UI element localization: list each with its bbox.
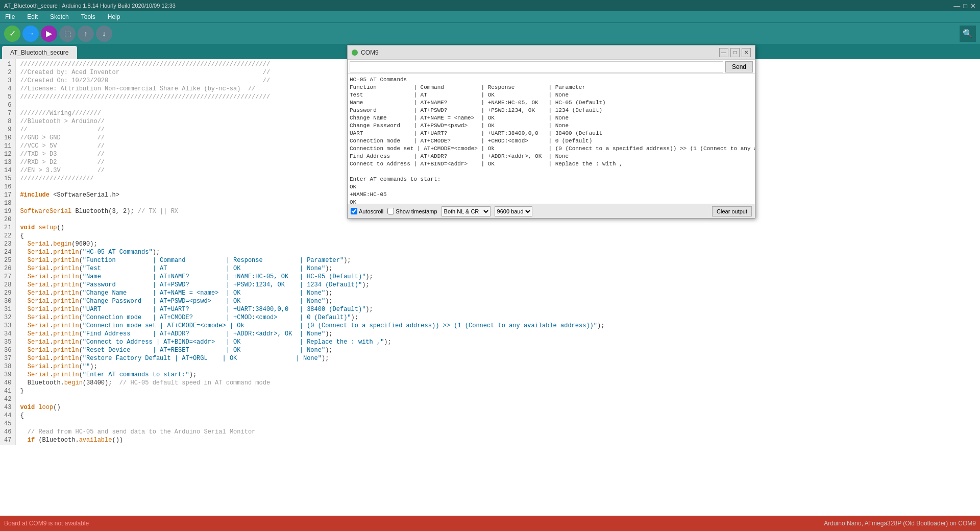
serial-maximize-button[interactable]: □	[730, 48, 740, 57]
menu-sketch[interactable]: Sketch	[48, 12, 71, 21]
debug-button[interactable]: ▶	[41, 26, 57, 42]
app-title: AT_Bluetooth_secure | Arduino 1.8.14 Hou…	[4, 3, 176, 9]
autoscroll-checkbox[interactable]	[351, 208, 357, 214]
autoscroll-label[interactable]: Autoscroll	[351, 208, 383, 214]
line-ending-select[interactable]: No line ending Newline Carriage return B…	[442, 206, 491, 216]
serial-output-area: HC-05 AT Commands Function | Command | R…	[348, 74, 755, 204]
serial-title: COM9	[361, 49, 379, 56]
search-button[interactable]: 🔍	[960, 26, 976, 42]
close-button[interactable]: ✕	[970, 2, 976, 10]
verify-button[interactable]: ✓	[4, 26, 20, 42]
minimize-button[interactable]: —	[953, 2, 960, 10]
board-info: Arduino Nano, ATmega328P (Old Bootloader…	[824, 520, 976, 527]
open-button[interactable]: ↑	[78, 26, 94, 42]
clear-output-button[interactable]: Clear output	[712, 206, 752, 216]
timestamp-label[interactable]: Show timestamp	[387, 208, 437, 214]
serial-input-field[interactable]	[350, 61, 723, 73]
window-controls: — □ ✕	[953, 2, 976, 10]
serial-close-button[interactable]: ✕	[742, 48, 751, 57]
serial-send-button[interactable]: Send	[725, 61, 753, 73]
menu-edit[interactable]: Edit	[25, 12, 40, 21]
new-button[interactable]: ⬚	[59, 26, 76, 42]
serial-input-bar: Send	[348, 60, 755, 74]
serial-monitor-window: COM9 — □ ✕ Send HC-05 AT Commands Functi…	[347, 45, 755, 219]
title-bar: AT_Bluetooth_secure | Arduino 1.8.14 Hou…	[0, 0, 980, 11]
menu-bar: File Edit Sketch Tools Help	[0, 11, 980, 22]
toolbar: ✓ → ▶ ⬚ ↑ ↓ 🔍	[0, 22, 980, 44]
save-button[interactable]: ↓	[96, 26, 112, 42]
maximize-button[interactable]: □	[963, 2, 967, 10]
serial-title-bar: COM9 — □ ✕	[348, 45, 755, 60]
timestamp-checkbox[interactable]	[387, 208, 394, 214]
line-numbers: 12345678910 11121314151617181920 2122232…	[0, 59, 16, 445]
baud-rate-select[interactable]: 300 1200 2400 4800 9600 baud 19200 38400…	[495, 206, 532, 216]
serial-minimize-button[interactable]: —	[719, 48, 728, 57]
serial-window-controls: — □ ✕	[719, 48, 751, 57]
menu-help[interactable]: Help	[106, 12, 122, 21]
error-message: Board at COM9 is not available	[4, 520, 89, 527]
tab-at-bluetooth-secure[interactable]: AT_Bluetooth_secure	[2, 46, 77, 59]
menu-tools[interactable]: Tools	[79, 12, 97, 21]
serial-bottom-bar: Autoscroll Show timestamp No line ending…	[348, 204, 755, 218]
serial-dot-icon	[352, 50, 358, 56]
menu-file[interactable]: File	[3, 12, 17, 21]
status-bar: Board at COM9 is not available Arduino N…	[0, 516, 980, 531]
upload-button[interactable]: →	[22, 26, 39, 42]
